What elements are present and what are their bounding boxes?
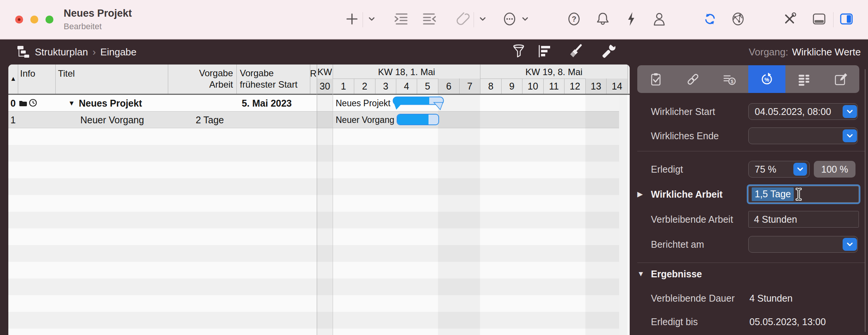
verbleibende-arbeit-label: Verbleibende Arbeit [651, 211, 733, 228]
zoom-button[interactable] [45, 16, 53, 24]
wirklicher-start-combo[interactable]: 04.05.2023, 08:00 [748, 103, 858, 120]
timeline-day[interactable]: 7 [459, 79, 480, 94]
timeline-day[interactable]: 30 [317, 79, 333, 94]
close-button[interactable] [15, 16, 23, 24]
timeline-week-header[interactable]: KW 19, 8. Mai [480, 64, 627, 79]
context-label: Vorgang: [749, 46, 792, 58]
erledigt-bis-label: Erledigt bis [651, 313, 698, 330]
fruehester-start-cell[interactable]: 5. Mai 2023 [236, 95, 292, 112]
lightning-icon[interactable] [623, 11, 640, 27]
verbleibende-dauer-value: 4 Stunden [749, 290, 793, 307]
column-header-info[interactable]: Info [20, 68, 35, 79]
timeline-day[interactable]: 1 [333, 79, 354, 94]
tab-notes[interactable] [822, 65, 859, 93]
project-folder-icon [19, 99, 27, 107]
verbleibende-dauer-label: Verbleibende Dauer [651, 290, 735, 307]
add-menu-chevron-icon[interactable] [367, 14, 376, 24]
timeline-day[interactable]: 10 [522, 79, 543, 94]
timeline-day[interactable]: 11 [543, 79, 564, 94]
indent-right-icon[interactable] [393, 11, 409, 27]
indent-left-icon[interactable] [421, 11, 438, 27]
timeline-day[interactable]: 5 [417, 79, 438, 94]
titlebar: Neues Projekt Bearbeitet ? [0, 0, 868, 39]
timeline-day[interactable]: 2 [354, 79, 375, 94]
outline-view-icon[interactable] [536, 43, 553, 60]
breadcrumb-separator: › [88, 46, 100, 58]
timeline-day[interactable]: 6 [438, 79, 459, 94]
network-globe-icon[interactable] [730, 11, 746, 27]
gantt-summary-bar[interactable] [393, 96, 444, 111]
timeline-day[interactable]: 8 [480, 79, 501, 94]
gantt-task-bar[interactable] [397, 114, 439, 125]
timeline-day[interactable]: 3 [375, 79, 396, 94]
wirkliches-ende-combo[interactable] [748, 127, 858, 144]
task-title-cell[interactable]: Neuer Vorgang [80, 112, 144, 128]
timeline-day[interactable]: 14 [606, 79, 627, 94]
wirklicher-start-dropdown-button[interactable] [843, 105, 857, 118]
notifications-bell-icon[interactable] [594, 11, 611, 27]
attachment-menu-chevron-icon[interactable] [478, 14, 487, 24]
table-gantt-splitter[interactable] [317, 64, 317, 335]
disclosure-triangle[interactable]: ▼ [68, 95, 75, 112]
gantt-bar-label: Neues Projekt [336, 95, 390, 112]
more-actions-chevron-icon[interactable] [521, 14, 530, 24]
timeline-day[interactable]: 9 [501, 79, 522, 94]
wirkliche-arbeit-disclosure[interactable]: ▶ [637, 186, 643, 203]
vorgabe-arbeit-cell[interactable]: 2 Tage [168, 112, 224, 128]
column-header-r[interactable]: R [310, 68, 317, 79]
tab-links[interactable] [674, 65, 712, 93]
verbleibende-arbeit-input[interactable]: 4 Stunden [748, 211, 859, 228]
section-divider [637, 151, 865, 151]
bottom-panel-toggle-icon[interactable] [811, 11, 827, 27]
style-brush-icon[interactable] [568, 43, 584, 60]
wirkliches-ende-dropdown-button[interactable] [843, 129, 857, 142]
filter-funnel-icon[interactable] [510, 43, 527, 60]
column-header-titel[interactable]: Titel [58, 68, 75, 79]
wirklicher-start-label: Wirklicher Start [651, 103, 715, 120]
app-window: Neues Projekt Bearbeitet ? [0, 0, 868, 335]
user-icon[interactable] [651, 11, 668, 27]
column-header-vorgabe-fruehester-start[interactable]: Vorgabe frühester Start [240, 68, 297, 90]
tab-assignments[interactable] [785, 65, 823, 93]
right-panel-toggle-icon[interactable] [838, 11, 855, 27]
settings-wrench-icon[interactable] [601, 43, 618, 60]
breadcrumb-root[interactable]: Strukturplan [35, 46, 88, 58]
tab-actual-values[interactable]: % [748, 65, 785, 93]
settings-tools-icon[interactable] [781, 11, 798, 27]
column-header-vorgabe-arbeit[interactable]: Vorgabe Arbeit [168, 68, 233, 90]
sync-icon[interactable] [702, 11, 718, 27]
weekend-shading [585, 95, 627, 335]
toolbar-divider [474, 12, 474, 27]
berichtet-am-combo[interactable] [748, 236, 858, 253]
tab-checklist[interactable] [637, 65, 674, 93]
context-title: Vorgang:Wirkliche Werte [749, 39, 861, 64]
timeline-week-header[interactable]: KW 18, 1. Mai [333, 64, 480, 79]
set-100-percent-button[interactable]: 100 % [814, 161, 855, 178]
weekend-shading [438, 95, 480, 335]
window-status: Bearbeitet [64, 22, 102, 31]
erledigt-dropdown-button[interactable] [793, 163, 807, 176]
berichtet-am-dropdown-button[interactable] [843, 238, 857, 251]
wirkliche-arbeit-label: Wirkliche Arbeit [651, 186, 723, 203]
ergebnisse-section-title: Ergebnisse [651, 266, 702, 282]
timeline-day[interactable]: 4 [396, 79, 417, 94]
ergebnisse-disclosure[interactable]: ▼ [637, 266, 644, 282]
wbs-structure-icon[interactable] [17, 45, 30, 58]
wirkliche-arbeit-input[interactable]: 1,5 Tage [748, 186, 859, 203]
more-actions-icon[interactable] [501, 11, 518, 27]
timeline-partial-week[interactable]: KW [317, 64, 333, 79]
minimize-button[interactable] [30, 16, 38, 24]
timeline-day[interactable]: 12 [564, 79, 585, 94]
inspector-scrollbar[interactable] [865, 69, 866, 332]
help-icon[interactable]: ? [566, 11, 582, 27]
sort-indicator[interactable]: ▲ [9, 75, 17, 83]
breadcrumb-current[interactable]: Eingabe [100, 46, 136, 58]
add-icon[interactable] [344, 11, 360, 27]
task-title-cell[interactable]: Neues Projekt [79, 95, 142, 112]
timeline-day[interactable]: 13 [585, 79, 606, 94]
attachment-paperclip-icon[interactable] [454, 11, 471, 27]
toolbar-divider [363, 12, 363, 27]
selected-text: 1,5 Tage [752, 187, 794, 201]
tab-finances[interactable]: $ [711, 65, 748, 93]
svg-text:$: $ [731, 79, 734, 84]
